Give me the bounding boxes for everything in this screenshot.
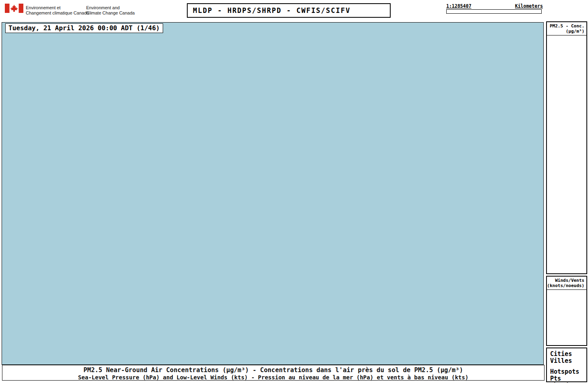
scale-ratio: 1:1285407 bbox=[446, 3, 471, 9]
caption-line2: Sea-Level Pressure (hPa) and Low-Level W… bbox=[2, 374, 544, 381]
pm25-legend-title: PM2.5 - Conc. bbox=[547, 23, 584, 29]
scale-unit: Kilometers bbox=[515, 3, 543, 9]
divider bbox=[547, 289, 586, 290]
caption-line1: PM2.5 Near-Ground Air Concentrations (µg… bbox=[2, 366, 544, 374]
scale-bar-graphic bbox=[446, 9, 542, 14]
product-title: MLDP - HRDPS/SHRPD - CWFIS/SCIFV bbox=[188, 6, 351, 15]
cities-label-en: Cities bbox=[550, 351, 572, 358]
map-canvas bbox=[2, 23, 543, 364]
winds-legend-title: Winds/Vents bbox=[547, 278, 584, 283]
divider bbox=[547, 35, 586, 35]
cities-label-fr: Villes bbox=[550, 358, 572, 364]
page: Environnement etChangement climatique Ca… bbox=[0, 0, 588, 383]
hotspot-square-icon bbox=[580, 371, 583, 374]
product-title-box: MLDP - HRDPS/SHRPD - CWFIS/SCIFV bbox=[187, 3, 391, 18]
hotspots-label-fr: Pts chauds bbox=[550, 375, 584, 383]
canada-flag-icon bbox=[5, 4, 23, 13]
datestamp: Tuesday, 21 April 2026 00:00 ADT (1/46) bbox=[5, 23, 163, 33]
city-dot-icon bbox=[580, 353, 583, 356]
pm25-legend: PM2.5 - Conc. (µg/m³) bbox=[546, 21, 587, 274]
map-area: Tuesday, 21 April 2026 00:00 ADT (1/46) bbox=[2, 22, 544, 365]
markers-legend: Cities Villes Hotspots Pts chauds bbox=[546, 348, 587, 382]
org-name-fr: Environnement etChangement climatique Ca… bbox=[26, 5, 89, 16]
scale-ticks bbox=[446, 14, 543, 19]
hotspots-label-en: Hotspots bbox=[550, 368, 579, 375]
winds-legend: Winds/Vents (knots/noeuds) bbox=[546, 276, 587, 346]
org-name-en: Environment andClimate Change Canada bbox=[86, 5, 135, 16]
caption-box: PM2.5 Near-Ground Air Concentrations (µg… bbox=[2, 365, 545, 381]
scale-bar: 1:1285407 Kilometers bbox=[446, 3, 543, 19]
winds-legend-units: (knots/noeuds) bbox=[547, 283, 584, 288]
pm25-legend-units: (µg/m³) bbox=[547, 29, 584, 34]
